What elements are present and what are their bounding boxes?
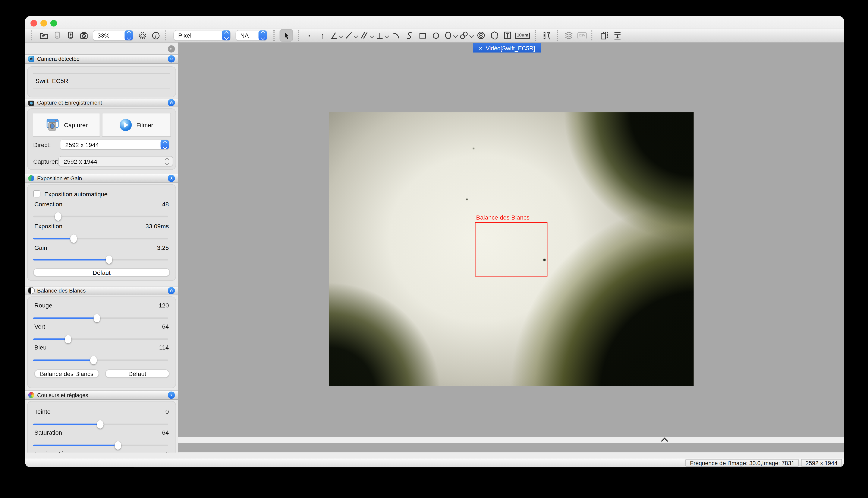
point-tool-button[interactable]: · bbox=[304, 29, 315, 41]
bottom-panel-expander[interactable] bbox=[178, 437, 844, 444]
export-button[interactable] bbox=[612, 29, 623, 41]
section-header-camera[interactable]: Caméra détectée « bbox=[25, 54, 178, 64]
minimize-window-button[interactable] bbox=[40, 20, 47, 26]
camera-icon bbox=[28, 100, 34, 105]
info-icon: i bbox=[151, 31, 160, 40]
white-balance-button[interactable]: Balance des Blancs bbox=[34, 369, 99, 378]
video-tab-label: Vidéo[Swift_EC5R] bbox=[486, 44, 535, 51]
saturation-slider[interactable] bbox=[33, 441, 168, 449]
stepper-icon bbox=[258, 30, 267, 41]
duplicate-button[interactable] bbox=[599, 29, 610, 41]
info-button[interactable]: i bbox=[150, 29, 161, 41]
measure-settings-button[interactable] bbox=[541, 29, 552, 41]
colors-panel: Teinte 0 Saturation 64 Luminosité 0 bbox=[27, 401, 176, 453]
scalebar-tool-button[interactable]: 10um bbox=[515, 29, 530, 41]
export-icon bbox=[613, 31, 622, 40]
collapse-section-button[interactable]: « bbox=[168, 392, 175, 399]
video-canvas[interactable]: × Vidéo[Swift_EC5R] Balance des Blancs bbox=[178, 43, 844, 453]
hue-slider[interactable] bbox=[33, 420, 168, 428]
arrow-tool-button[interactable]: ↑ bbox=[317, 29, 328, 41]
capture-timer-button[interactable] bbox=[78, 29, 89, 41]
toolbar-drag-handle bbox=[31, 30, 34, 41]
sidebar-collapse-button[interactable]: « bbox=[168, 45, 175, 53]
line-icon bbox=[345, 31, 353, 39]
settings-button[interactable] bbox=[137, 29, 148, 41]
section-header-capture[interactable]: Capture et Enregistrement « bbox=[25, 98, 178, 107]
frame-info-cell: Fréquence de l'Image: 30.0,Image: 7831 bbox=[686, 459, 799, 467]
slider-label: Saturation bbox=[34, 429, 62, 436]
concentric-circles-tool-button[interactable] bbox=[475, 29, 486, 41]
curve-tool-button[interactable] bbox=[404, 29, 415, 41]
gain-slider[interactable] bbox=[33, 255, 168, 263]
exposure-panel: Exposition automatique Correction 48 Exp… bbox=[27, 184, 176, 281]
angle-tool-button[interactable]: ∠ bbox=[330, 29, 343, 41]
video-tab[interactable]: × Vidéo[Swift_EC5R] bbox=[473, 43, 540, 52]
scalebar-icon: 10um bbox=[515, 32, 530, 39]
na-select[interactable]: NA bbox=[236, 30, 267, 41]
layers-button[interactable] bbox=[563, 29, 574, 41]
csv-export-button[interactable]: CSV bbox=[576, 29, 588, 41]
auto-exposure-checkbox[interactable] bbox=[33, 190, 41, 198]
ellipse-tool-button[interactable] bbox=[444, 29, 457, 41]
correction-slider[interactable] bbox=[33, 212, 168, 220]
close-tab-icon[interactable]: × bbox=[479, 44, 483, 51]
perpendicular-tool-button[interactable]: ⊥ bbox=[376, 29, 388, 41]
camera-flash-button[interactable] bbox=[65, 29, 76, 41]
copy-icon bbox=[600, 31, 609, 40]
open-file-button[interactable] bbox=[38, 29, 49, 41]
close-window-button[interactable] bbox=[30, 20, 37, 26]
slider-value: 0 bbox=[166, 450, 169, 453]
still-resolution-select[interactable]: 2592 x 1944 bbox=[59, 156, 173, 166]
collapse-section-button[interactable]: « bbox=[168, 287, 175, 294]
white-balance-icon bbox=[28, 288, 34, 294]
still-resolution-label: Capturer: bbox=[33, 158, 59, 165]
camera-name[interactable]: Swift_EC5R bbox=[36, 77, 68, 84]
blue-slider[interactable] bbox=[33, 356, 168, 364]
video-source-button[interactable] bbox=[51, 29, 63, 41]
rectangle-tool-button[interactable] bbox=[417, 29, 428, 41]
slider-value: 114 bbox=[159, 344, 169, 351]
zoom-select[interactable]: 33% bbox=[93, 30, 133, 41]
whitebalance-panel: Rouge 120 Vert 64 Bleu 114 bbox=[27, 296, 176, 388]
section-header-whitebalance[interactable]: Balance des Blancs « bbox=[25, 286, 178, 295]
section-header-exposure[interactable]: Exposition et Gain « bbox=[25, 174, 178, 183]
green-slider[interactable] bbox=[33, 335, 168, 343]
section-header-colors[interactable]: Couleurs et réglages « bbox=[25, 391, 178, 400]
section-title: Caméra détectée bbox=[37, 56, 168, 62]
separator bbox=[557, 30, 558, 41]
annulus-tool-button[interactable] bbox=[459, 29, 473, 41]
arc-tool-button[interactable] bbox=[391, 29, 402, 41]
circle-tool-button[interactable] bbox=[430, 29, 442, 41]
chevron-up-icon bbox=[661, 437, 668, 444]
live-video-frame[interactable]: Balance des Blancs bbox=[329, 112, 694, 386]
roi-label: Balance des Blancs bbox=[476, 214, 529, 221]
select-tool-button[interactable] bbox=[280, 29, 293, 41]
exposure-slider[interactable] bbox=[33, 235, 168, 242]
specimen-speck bbox=[466, 198, 468, 200]
chevron-down-icon bbox=[453, 33, 458, 38]
capture-panel: Capturer Filmer Direct: 2592 x 1944 Capt… bbox=[27, 108, 176, 170]
wb-default-button[interactable]: Défaut bbox=[105, 369, 169, 378]
capture-button[interactable]: Capturer bbox=[33, 113, 100, 136]
red-slider[interactable] bbox=[33, 314, 168, 322]
chevron-down-icon bbox=[354, 33, 359, 38]
slider-label: Vert bbox=[34, 323, 45, 330]
slider-label: Exposition bbox=[34, 223, 63, 230]
resolution-cell: 2592 x 1944 bbox=[801, 459, 842, 467]
white-balance-roi[interactable] bbox=[475, 222, 548, 276]
collapse-section-button[interactable]: « bbox=[168, 99, 175, 106]
collapse-section-button[interactable]: « bbox=[168, 55, 175, 63]
polygon-tool-button[interactable] bbox=[488, 29, 500, 41]
slider-value: 48 bbox=[162, 201, 169, 207]
collapse-section-button[interactable]: « bbox=[168, 175, 175, 182]
circle-icon bbox=[432, 31, 440, 39]
exposure-default-button[interactable]: Défaut bbox=[33, 268, 170, 276]
live-resolution-select[interactable]: 2592 x 1944 bbox=[61, 140, 169, 149]
line-tool-button[interactable] bbox=[345, 29, 358, 41]
parallel-tool-button[interactable] bbox=[360, 29, 374, 41]
record-button[interactable]: Filmer bbox=[102, 113, 171, 136]
zoom-window-button[interactable] bbox=[50, 20, 57, 26]
unit-select[interactable]: Pixel bbox=[174, 30, 230, 41]
specimen-speck bbox=[473, 148, 474, 149]
text-tool-button[interactable] bbox=[502, 29, 513, 41]
